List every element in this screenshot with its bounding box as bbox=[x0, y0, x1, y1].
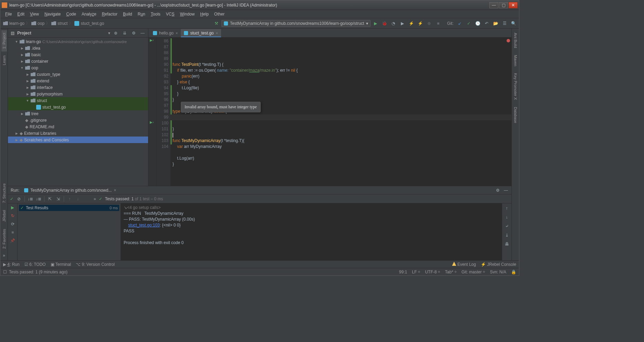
toggle-icon[interactable]: ⟳ bbox=[10, 221, 15, 227]
sort-icon[interactable]: ↓≣ bbox=[28, 196, 33, 202]
check-icon[interactable]: ✓ bbox=[10, 197, 13, 201]
close-icon[interactable]: × bbox=[114, 188, 116, 193]
tree-row[interactable]: stuct_test.go bbox=[8, 104, 148, 110]
android-debug-icon[interactable]: ⚡ bbox=[417, 21, 423, 26]
tree-row[interactable]: ▶◆Scratches and Consoles bbox=[8, 137, 148, 143]
vcs-revert-icon[interactable]: ↶ bbox=[484, 21, 489, 26]
breadcrumb-item[interactable]: oop bbox=[31, 21, 44, 26]
pin-icon[interactable]: 📌 bbox=[10, 238, 15, 243]
jrebel-console-button[interactable]: ⚡ JRebel Console bbox=[481, 262, 516, 267]
menu-window[interactable]: Window bbox=[178, 11, 197, 17]
tree-row[interactable]: ▶basic bbox=[8, 51, 148, 58]
collapse-icon[interactable]: » bbox=[1, 253, 7, 258]
tree-row[interactable]: ▶container bbox=[8, 58, 148, 64]
menu-analyze[interactable]: Analyze bbox=[80, 11, 98, 17]
project-tree[interactable]: ▼learn-go C:\Users\Administrator\go\src\… bbox=[8, 38, 148, 186]
menu-edit[interactable]: Edit bbox=[15, 11, 27, 17]
editor-tab[interactable]: hello.go× bbox=[150, 29, 181, 37]
tab-learn[interactable]: Learn bbox=[1, 53, 7, 68]
collapse-icon[interactable]: ⇲ bbox=[55, 196, 61, 202]
menu-other[interactable]: Other bbox=[212, 11, 227, 17]
close-icon[interactable]: × bbox=[216, 31, 218, 35]
tab-database[interactable]: Database bbox=[513, 104, 518, 126]
tree-arrow-icon[interactable]: ▶ bbox=[26, 79, 29, 83]
tree-row[interactable]: ▶polymorphism bbox=[8, 91, 148, 97]
menu-file[interactable]: File bbox=[3, 11, 14, 17]
indent-info[interactable]: Tab* ÷ bbox=[445, 270, 457, 274]
tab-favorites[interactable]: 2: Favorites bbox=[1, 226, 7, 251]
tree-row[interactable]: ◆.gitignore bbox=[8, 117, 148, 123]
hammer-icon[interactable]: ⚒ bbox=[214, 21, 219, 26]
test-result-row[interactable]: ✓ Test Results 0 ms bbox=[19, 205, 119, 211]
tab-vcs[interactable]: ⌥ 9: Version Control bbox=[76, 262, 115, 267]
tree-arrow-icon[interactable]: ▼ bbox=[20, 66, 24, 70]
tab-keypromoter[interactable]: Key Promoter X bbox=[513, 70, 518, 103]
tree-row[interactable]: ▼learn-go C:\Users\Administrator\go\src\… bbox=[8, 38, 148, 45]
hide-icon[interactable]: — bbox=[140, 30, 145, 36]
tree-arrow-icon[interactable]: ▶ bbox=[20, 60, 24, 63]
tab-maven[interactable]: Maven bbox=[513, 52, 518, 69]
git-branch[interactable]: Git: master ÷ bbox=[461, 270, 485, 274]
status-icon[interactable]: ☐ bbox=[3, 270, 7, 274]
attach-icon[interactable]: ⊕ bbox=[426, 21, 432, 26]
scroll-down-icon[interactable]: ↓ bbox=[504, 214, 510, 220]
maximize-button[interactable]: ▢ bbox=[499, 2, 508, 8]
stop-icon[interactable]: ■ bbox=[435, 21, 441, 26]
menu-refactor[interactable]: Refactor bbox=[100, 11, 120, 17]
svn-info[interactable]: Svn: N/A bbox=[490, 270, 506, 274]
expand-icon[interactable]: ⇱ bbox=[47, 196, 53, 202]
soft-wrap-icon[interactable]: ⤶ bbox=[504, 223, 510, 229]
tab-run[interactable]: ▶ 4: Run bbox=[3, 262, 20, 267]
lock-icon[interactable]: 🔒 bbox=[511, 270, 516, 274]
search-icon[interactable]: 🔍 bbox=[511, 21, 516, 26]
menu-help[interactable]: Help bbox=[198, 11, 211, 17]
tab-structure[interactable]: 7: Structure bbox=[1, 181, 7, 206]
vcs-history-icon[interactable]: 🕓 bbox=[475, 21, 480, 26]
tab-ant[interactable]: Ant Build bbox=[513, 30, 518, 51]
sort-icon[interactable]: ↓≣ bbox=[36, 196, 41, 202]
code-area[interactable]: func TestPoint(t *testing.T) { if file, … bbox=[170, 38, 511, 186]
run-icon[interactable]: ▶ bbox=[373, 21, 378, 26]
collapse-all-icon[interactable]: ⇊ bbox=[122, 30, 127, 36]
tree-row[interactable]: ▶◆External Libraries bbox=[8, 130, 148, 137]
scroll-up-icon[interactable]: ↑ bbox=[504, 205, 510, 211]
tree-row[interactable]: ▶tree bbox=[8, 110, 148, 117]
error-indicator-icon[interactable] bbox=[507, 39, 510, 42]
scroll-to-end-icon[interactable]: ⤓ bbox=[504, 232, 510, 238]
tree-row[interactable]: ◆README.md bbox=[8, 123, 148, 130]
run-tab[interactable]: TestMyDynamicArray in github.com/snowd..… bbox=[22, 187, 118, 193]
stop-icon[interactable]: ■ bbox=[10, 230, 15, 235]
hide-icon[interactable]: — bbox=[503, 188, 509, 193]
menu-navigate[interactable]: Navigate bbox=[42, 11, 63, 17]
tree-arrow-icon[interactable]: ▼ bbox=[26, 99, 29, 102]
android-icon[interactable]: ⚡ bbox=[408, 21, 414, 26]
tree-arrow-icon[interactable]: ▼ bbox=[15, 40, 18, 43]
structure-icon[interactable]: ☰ bbox=[502, 21, 507, 26]
tab-terminal[interactable]: ▣ Terminal bbox=[51, 262, 71, 267]
rerun-failed-icon[interactable]: ↻ bbox=[10, 213, 15, 219]
tree-arrow-icon[interactable]: ▶ bbox=[26, 86, 29, 89]
up-icon[interactable]: ↑ bbox=[67, 196, 72, 202]
breadcrumb-item[interactable]: struct bbox=[51, 21, 67, 26]
minimize-button[interactable]: — bbox=[489, 2, 498, 8]
tree-row[interactable]: ▶custom_type bbox=[8, 71, 148, 78]
tree-arrow-icon[interactable]: ▶ bbox=[26, 92, 29, 96]
profile-icon[interactable]: ▶ bbox=[399, 21, 405, 26]
rerun-icon[interactable]: ▶ bbox=[10, 205, 15, 210]
menu-code[interactable]: Code bbox=[64, 11, 78, 17]
editor-tab[interactable]: stuct_test.go× bbox=[181, 29, 221, 37]
tree-row[interactable]: ▼oop bbox=[8, 64, 148, 71]
gear-icon[interactable]: ⚙ bbox=[131, 30, 136, 36]
test-tree[interactable]: ✓ Test Results 0 ms bbox=[18, 203, 121, 260]
tab-project[interactable]: 1: Project bbox=[1, 30, 7, 51]
tab-jrebel[interactable]: JRebel bbox=[1, 207, 7, 224]
tree-arrow-icon[interactable]: ▶ bbox=[15, 132, 18, 135]
breadcrumb-item[interactable]: stuct_test.go bbox=[74, 21, 104, 26]
caret-position[interactable]: 99:1 bbox=[399, 270, 407, 274]
console-output[interactable]: ↘<4 go setup calls> === RUN TestMyDynami… bbox=[121, 203, 502, 260]
run-config-dropdown[interactable]: TestMyDynamicArray in github.com/snowdre… bbox=[221, 20, 371, 27]
tab-todo[interactable]: ☑ 6: TODO bbox=[24, 262, 46, 267]
menu-build[interactable]: Build bbox=[121, 11, 134, 17]
down-icon[interactable]: ↓ bbox=[75, 196, 81, 202]
menu-tools[interactable]: Tools bbox=[149, 11, 163, 17]
